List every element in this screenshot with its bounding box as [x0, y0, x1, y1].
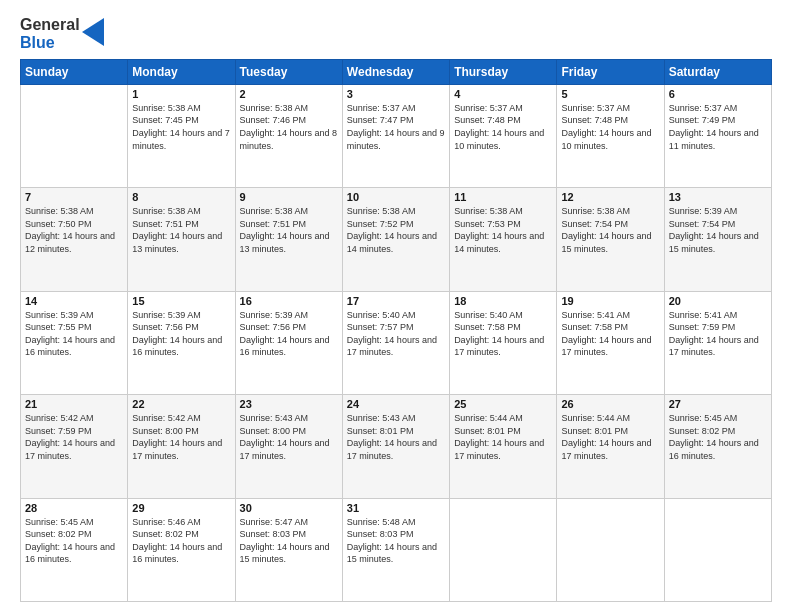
calendar-cell: 16Sunrise: 5:39 AMSunset: 7:56 PMDayligh… [235, 291, 342, 394]
calendar-cell: 11Sunrise: 5:38 AMSunset: 7:53 PMDayligh… [450, 188, 557, 291]
day-number: 30 [240, 502, 338, 514]
weekday-header-friday: Friday [557, 59, 664, 84]
calendar-cell: 10Sunrise: 5:38 AMSunset: 7:52 PMDayligh… [342, 188, 449, 291]
logo-triangle-icon [82, 18, 104, 46]
calendar-cell [450, 498, 557, 601]
weekday-header-tuesday: Tuesday [235, 59, 342, 84]
calendar-cell: 13Sunrise: 5:39 AMSunset: 7:54 PMDayligh… [664, 188, 771, 291]
day-info: Sunrise: 5:38 AMSunset: 7:46 PMDaylight:… [240, 102, 338, 152]
calendar-cell: 14Sunrise: 5:39 AMSunset: 7:55 PMDayligh… [21, 291, 128, 394]
calendar-cell: 5Sunrise: 5:37 AMSunset: 7:48 PMDaylight… [557, 84, 664, 187]
weekday-header-sunday: Sunday [21, 59, 128, 84]
calendar-cell: 18Sunrise: 5:40 AMSunset: 7:58 PMDayligh… [450, 291, 557, 394]
day-number: 21 [25, 398, 123, 410]
day-number: 6 [669, 88, 767, 100]
day-number: 25 [454, 398, 552, 410]
day-info: Sunrise: 5:38 AMSunset: 7:50 PMDaylight:… [25, 205, 123, 255]
calendar-cell: 26Sunrise: 5:44 AMSunset: 8:01 PMDayligh… [557, 395, 664, 498]
day-info: Sunrise: 5:39 AMSunset: 7:56 PMDaylight:… [132, 309, 230, 359]
calendar-cell: 27Sunrise: 5:45 AMSunset: 8:02 PMDayligh… [664, 395, 771, 498]
day-number: 3 [347, 88, 445, 100]
weekday-header-row: SundayMondayTuesdayWednesdayThursdayFrid… [21, 59, 772, 84]
calendar-cell: 29Sunrise: 5:46 AMSunset: 8:02 PMDayligh… [128, 498, 235, 601]
day-info: Sunrise: 5:47 AMSunset: 8:03 PMDaylight:… [240, 516, 338, 566]
day-info: Sunrise: 5:38 AMSunset: 7:51 PMDaylight:… [240, 205, 338, 255]
day-info: Sunrise: 5:39 AMSunset: 7:54 PMDaylight:… [669, 205, 767, 255]
calendar-week-5: 28Sunrise: 5:45 AMSunset: 8:02 PMDayligh… [21, 498, 772, 601]
calendar-cell: 2Sunrise: 5:38 AMSunset: 7:46 PMDaylight… [235, 84, 342, 187]
day-info: Sunrise: 5:45 AMSunset: 8:02 PMDaylight:… [25, 516, 123, 566]
calendar-cell: 22Sunrise: 5:42 AMSunset: 8:00 PMDayligh… [128, 395, 235, 498]
calendar-cell: 25Sunrise: 5:44 AMSunset: 8:01 PMDayligh… [450, 395, 557, 498]
calendar-cell: 23Sunrise: 5:43 AMSunset: 8:00 PMDayligh… [235, 395, 342, 498]
day-number: 24 [347, 398, 445, 410]
day-info: Sunrise: 5:37 AMSunset: 7:47 PMDaylight:… [347, 102, 445, 152]
day-number: 7 [25, 191, 123, 203]
day-info: Sunrise: 5:45 AMSunset: 8:02 PMDaylight:… [669, 412, 767, 462]
day-info: Sunrise: 5:41 AMSunset: 7:58 PMDaylight:… [561, 309, 659, 359]
day-info: Sunrise: 5:38 AMSunset: 7:51 PMDaylight:… [132, 205, 230, 255]
day-number: 10 [347, 191, 445, 203]
logo-blue: Blue [20, 34, 80, 52]
calendar-cell: 3Sunrise: 5:37 AMSunset: 7:47 PMDaylight… [342, 84, 449, 187]
day-info: Sunrise: 5:38 AMSunset: 7:52 PMDaylight:… [347, 205, 445, 255]
calendar-cell: 20Sunrise: 5:41 AMSunset: 7:59 PMDayligh… [664, 291, 771, 394]
day-info: Sunrise: 5:38 AMSunset: 7:45 PMDaylight:… [132, 102, 230, 152]
calendar-cell: 4Sunrise: 5:37 AMSunset: 7:48 PMDaylight… [450, 84, 557, 187]
weekday-header-wednesday: Wednesday [342, 59, 449, 84]
calendar-cell: 30Sunrise: 5:47 AMSunset: 8:03 PMDayligh… [235, 498, 342, 601]
calendar-cell: 17Sunrise: 5:40 AMSunset: 7:57 PMDayligh… [342, 291, 449, 394]
day-number: 9 [240, 191, 338, 203]
weekday-header-saturday: Saturday [664, 59, 771, 84]
day-info: Sunrise: 5:48 AMSunset: 8:03 PMDaylight:… [347, 516, 445, 566]
calendar-cell [557, 498, 664, 601]
calendar-week-4: 21Sunrise: 5:42 AMSunset: 7:59 PMDayligh… [21, 395, 772, 498]
calendar-cell: 12Sunrise: 5:38 AMSunset: 7:54 PMDayligh… [557, 188, 664, 291]
day-number: 31 [347, 502, 445, 514]
day-info: Sunrise: 5:44 AMSunset: 8:01 PMDaylight:… [561, 412, 659, 462]
day-number: 13 [669, 191, 767, 203]
calendar-cell: 21Sunrise: 5:42 AMSunset: 7:59 PMDayligh… [21, 395, 128, 498]
weekday-header-thursday: Thursday [450, 59, 557, 84]
day-number: 22 [132, 398, 230, 410]
day-number: 28 [25, 502, 123, 514]
svg-marker-0 [82, 18, 104, 46]
day-number: 20 [669, 295, 767, 307]
calendar-cell: 9Sunrise: 5:38 AMSunset: 7:51 PMDaylight… [235, 188, 342, 291]
day-info: Sunrise: 5:38 AMSunset: 7:53 PMDaylight:… [454, 205, 552, 255]
day-number: 12 [561, 191, 659, 203]
weekday-header-monday: Monday [128, 59, 235, 84]
day-info: Sunrise: 5:46 AMSunset: 8:02 PMDaylight:… [132, 516, 230, 566]
day-info: Sunrise: 5:42 AMSunset: 7:59 PMDaylight:… [25, 412, 123, 462]
calendar-cell: 8Sunrise: 5:38 AMSunset: 7:51 PMDaylight… [128, 188, 235, 291]
calendar-cell: 1Sunrise: 5:38 AMSunset: 7:45 PMDaylight… [128, 84, 235, 187]
logo: General Blue [20, 16, 104, 53]
calendar-week-2: 7Sunrise: 5:38 AMSunset: 7:50 PMDaylight… [21, 188, 772, 291]
calendar-cell: 19Sunrise: 5:41 AMSunset: 7:58 PMDayligh… [557, 291, 664, 394]
calendar-week-3: 14Sunrise: 5:39 AMSunset: 7:55 PMDayligh… [21, 291, 772, 394]
day-number: 16 [240, 295, 338, 307]
day-info: Sunrise: 5:39 AMSunset: 7:56 PMDaylight:… [240, 309, 338, 359]
day-number: 29 [132, 502, 230, 514]
calendar-page: General Blue SundayMondayTuesdayWednesda… [0, 0, 792, 612]
day-number: 19 [561, 295, 659, 307]
calendar-cell [664, 498, 771, 601]
day-number: 4 [454, 88, 552, 100]
calendar-cell: 31Sunrise: 5:48 AMSunset: 8:03 PMDayligh… [342, 498, 449, 601]
calendar-cell: 15Sunrise: 5:39 AMSunset: 7:56 PMDayligh… [128, 291, 235, 394]
calendar-cell: 7Sunrise: 5:38 AMSunset: 7:50 PMDaylight… [21, 188, 128, 291]
day-info: Sunrise: 5:37 AMSunset: 7:48 PMDaylight:… [561, 102, 659, 152]
day-info: Sunrise: 5:37 AMSunset: 7:48 PMDaylight:… [454, 102, 552, 152]
calendar-table: SundayMondayTuesdayWednesdayThursdayFrid… [20, 59, 772, 602]
day-info: Sunrise: 5:44 AMSunset: 8:01 PMDaylight:… [454, 412, 552, 462]
day-number: 18 [454, 295, 552, 307]
day-info: Sunrise: 5:39 AMSunset: 7:55 PMDaylight:… [25, 309, 123, 359]
day-info: Sunrise: 5:42 AMSunset: 8:00 PMDaylight:… [132, 412, 230, 462]
day-number: 5 [561, 88, 659, 100]
day-number: 8 [132, 191, 230, 203]
day-number: 27 [669, 398, 767, 410]
day-info: Sunrise: 5:37 AMSunset: 7:49 PMDaylight:… [669, 102, 767, 152]
calendar-cell: 28Sunrise: 5:45 AMSunset: 8:02 PMDayligh… [21, 498, 128, 601]
day-number: 26 [561, 398, 659, 410]
calendar-week-1: 1Sunrise: 5:38 AMSunset: 7:45 PMDaylight… [21, 84, 772, 187]
